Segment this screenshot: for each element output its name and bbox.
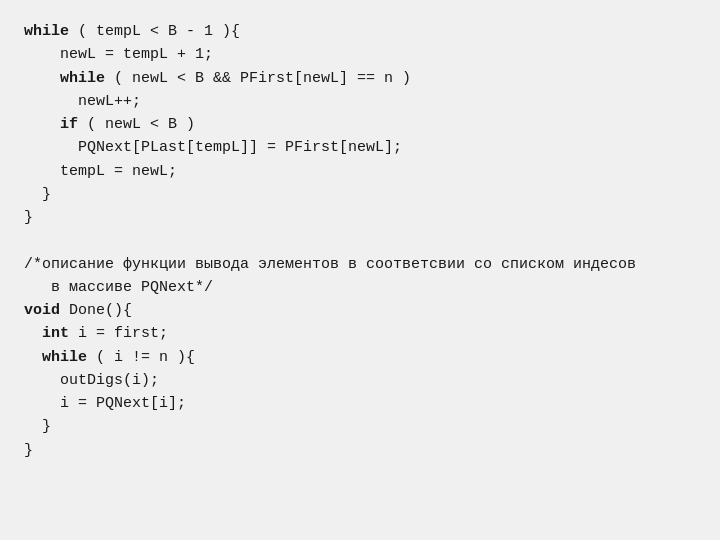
- code-line: void Done(){: [24, 302, 132, 319]
- code-line: /*описание функции вывода элементов в со…: [24, 256, 636, 273]
- code-line: while ( newL < B && PFirst[newL] == n ): [24, 70, 411, 87]
- code-display: while ( tempL < B - 1 ){ newL = tempL + …: [24, 20, 636, 462]
- code-line: }: [24, 418, 51, 435]
- code-line: newL++;: [24, 93, 141, 110]
- code-line: while ( i != n ){: [24, 349, 195, 366]
- code-line: в массиве PQNext*/: [24, 279, 213, 296]
- code-line: while ( tempL < B - 1 ){: [24, 23, 240, 40]
- code-line: tempL = newL;: [24, 163, 177, 180]
- code-line: }: [24, 186, 51, 203]
- code-line: newL = tempL + 1;: [24, 46, 213, 63]
- code-line: i = PQNext[i];: [24, 395, 186, 412]
- code-line: int i = first;: [24, 325, 168, 342]
- code-line: PQNext[PLast[tempL]] = PFirst[newL];: [24, 139, 402, 156]
- code-line: }: [24, 442, 33, 459]
- code-line: if ( newL < B ): [24, 116, 195, 133]
- code-line: }: [24, 209, 33, 226]
- code-line: outDigs(i);: [24, 372, 159, 389]
